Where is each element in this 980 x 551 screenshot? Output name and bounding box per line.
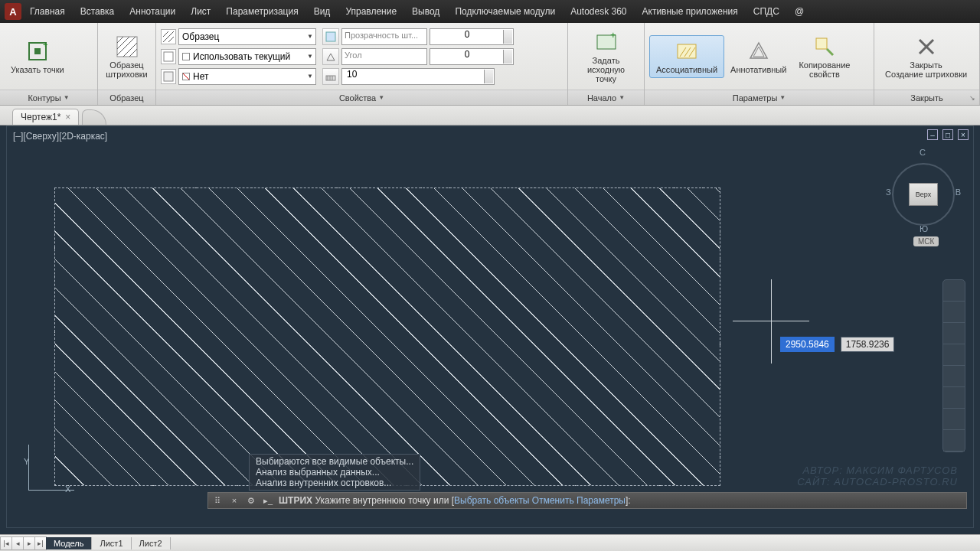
annotative-button[interactable]: Аннотативный [724,36,792,77]
panel-title-origin[interactable]: Начало▼ [568,90,644,105]
svg-rect-11 [816,38,827,49]
menu-manage[interactable]: Управление [338,3,403,20]
menubar: A Главная Вставка Аннотации Лист Парамет… [0,0,980,23]
menu-output[interactable]: Вывод [405,3,446,20]
viewport-minimize-icon[interactable]: – [927,129,938,140]
command-history: Выбираются все видимые объекты... Анализ… [249,454,420,491]
nav-showmotion-icon[interactable] [943,366,965,387]
hatched-rectangle [54,187,720,486]
angle-input[interactable]: 0 [430,48,514,65]
scale-input[interactable]: 10 [341,68,495,85]
svg-rect-1 [34,48,41,54]
tab-sheet2[interactable]: Лист2 [132,537,171,549]
coord-x-input[interactable]: 2950.5846 [780,337,835,352]
match-properties-icon [812,34,837,59]
menu-insert[interactable]: Вставка [74,3,122,20]
viewcube[interactable]: С З В Ю Верх МСК [890,145,956,244]
sheet-nav-first-icon[interactable]: |◂ [0,536,12,550]
nav-extra2-icon[interactable] [943,409,965,430]
hatch-pattern-button[interactable]: Образец штриховки [103,31,151,82]
svg-text:+: + [43,40,47,49]
hatch-pattern-icon [115,34,139,59]
cmd-options-icon[interactable]: ⚙ [245,494,257,507]
menu-plugins[interactable]: Подключаемые модули [448,3,562,20]
new-tab-button[interactable] [82,109,106,125]
sheet-nav-last-icon[interactable]: ▸| [34,536,47,550]
viewport-label[interactable]: [–][Сверху][2D-каркас] [13,131,107,142]
hatch-type-icon [161,29,176,44]
cmd-handle-icon[interactable]: ⠿ [211,494,224,507]
app-logo-icon: A [5,3,21,20]
panel-title-pattern: Образец [98,90,155,105]
menu-a360[interactable]: Autodesk 360 [564,3,633,20]
viewport-close-icon[interactable]: × [958,129,969,140]
match-properties-button[interactable]: Копирование свойств [792,31,856,82]
panel-title-contours[interactable]: Контуры▼ [0,90,97,105]
associative-button[interactable]: Ассоциативный [649,35,724,78]
cmd-close-icon[interactable]: × [228,494,240,507]
coord-y-input[interactable]: 1758.9236 [841,337,895,352]
transparency-input[interactable]: 0 [430,28,514,45]
nav-pan-icon[interactable] [943,302,965,323]
menu-parametric[interactable]: Параметризация [219,3,305,20]
menu-annotate[interactable]: Аннотации [122,3,182,20]
set-origin-icon: + [594,30,619,54]
sheet-nav-prev-icon[interactable]: ◂ [11,536,24,550]
nav-extra3-icon[interactable] [943,430,965,452]
ribbon: + Указать точки Контуры▼ Образец штрихов… [0,23,980,106]
menu-search[interactable]: @ [788,3,811,20]
nav-wheel-icon[interactable] [943,280,965,302]
close-icon [914,34,939,59]
set-origin-button[interactable]: + Задать исходную точку [573,27,639,86]
doc-tab-active[interactable]: Чертеж1* × [12,109,79,125]
wcs-button[interactable]: МСК [913,236,939,246]
dynamic-input: 2950.5846 1758.9236 [780,337,894,352]
drawing-canvas[interactable]: [–][Сверху][2D-каркас] – □ × 2950.5846 1… [6,126,974,528]
pick-points-icon: + [25,39,50,64]
transparency-label: Прозрачность шт... [341,28,427,45]
menu-view[interactable]: Вид [307,3,338,20]
command-input[interactable]: ШТРИХ Укажите внутреннюю точку или [Выбр… [279,495,631,506]
document-tabs: Чертеж1* × [0,106,980,126]
watermark: АВТОР: МАКСИМ ФАРТУСОВ САЙТ: AUTOCAD-PRO… [797,465,958,487]
panel-title-close: Закрыть [874,90,979,105]
bg-color-combo[interactable]: Нет▼ [178,68,316,85]
associative-icon [675,39,699,64]
navigation-bar[interactable] [942,279,965,452]
annotative-icon [746,39,771,64]
viewcube-face[interactable]: Верх [909,183,938,206]
nav-zoom-icon[interactable] [943,323,965,344]
transparency-icon[interactable] [322,28,339,45]
tab-model[interactable]: Модель [46,537,92,549]
sheet-nav-next-icon[interactable]: ▸ [23,536,35,550]
nav-extra1-icon[interactable] [943,387,965,409]
angle-icon[interactable] [322,48,339,65]
svg-rect-4 [164,52,173,61]
angle-label: Угол [341,48,427,65]
hatch-color-combo[interactable]: Использовать текущий▼ [178,48,316,65]
command-line[interactable]: ⠿ × ⚙ ▸_ ШТРИХ Укажите внутреннюю точку … [207,492,967,509]
bg-color-icon [161,69,176,84]
svg-text:+: + [610,31,616,41]
cmd-prompt-icon: ▸_ [262,494,274,507]
menu-spds[interactable]: СПДС [746,3,786,20]
tab-sheet1[interactable]: Лист1 [92,537,131,549]
svg-rect-5 [164,72,173,81]
viewport-maximize-icon[interactable]: □ [942,129,953,140]
scale-icon[interactable] [322,68,339,85]
use-current-icon [161,49,176,64]
nav-orbit-icon[interactable] [943,344,965,366]
doc-tab-close-icon[interactable]: × [65,112,70,122]
panel-title-options[interactable]: Параметры▼↘ [645,90,874,105]
menu-main[interactable]: Главная [23,3,72,20]
close-hatch-button[interactable]: Закрыть Создание штриховки [879,31,973,82]
menu-sheet[interactable]: Лист [184,3,217,20]
svg-rect-6 [326,32,335,41]
pick-points-button[interactable]: + Указать точки [5,36,70,77]
pattern-name-combo[interactable]: Образец▼ [178,28,316,45]
sheet-nav: |◂ ◂ ▸ ▸| [0,536,46,550]
layout-tabs: |◂ ◂ ▸ ▸| Модель Лист1 Лист2 [0,534,980,551]
panel-title-properties[interactable]: Свойства▼ [156,90,567,105]
menu-apps[interactable]: Активные приложения [635,3,745,20]
